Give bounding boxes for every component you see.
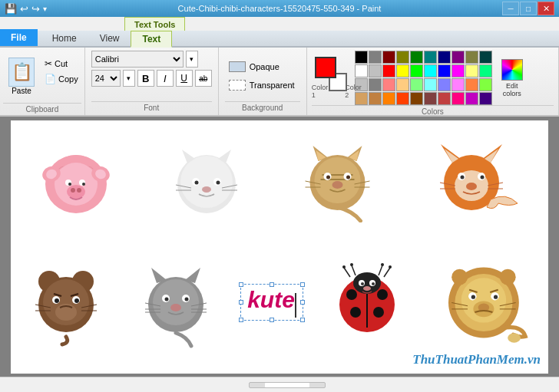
color-cell[interactable] bbox=[424, 92, 437, 105]
undo-icon[interactable]: ↩ bbox=[20, 3, 28, 15]
color-cell[interactable] bbox=[382, 78, 395, 91]
color-cell[interactable] bbox=[396, 78, 409, 91]
color-cell[interactable] bbox=[396, 64, 409, 77]
redo-icon[interactable]: ↪ bbox=[31, 3, 40, 15]
text-selection-box[interactable]: kute bbox=[240, 284, 303, 321]
color-cell[interactable] bbox=[452, 92, 465, 105]
tab-home[interactable]: Home bbox=[41, 31, 88, 46]
color-cell[interactable] bbox=[410, 64, 423, 77]
color-cell[interactable] bbox=[410, 51, 423, 64]
copy-label: Copy bbox=[58, 74, 78, 84]
svg-line-103 bbox=[344, 268, 350, 277]
color-cell[interactable] bbox=[479, 92, 492, 105]
paste-button[interactable]: 📋 Paste bbox=[3, 55, 40, 97]
font-label: Font bbox=[91, 101, 212, 112]
color-cell[interactable] bbox=[382, 51, 395, 64]
color-cell[interactable] bbox=[438, 64, 451, 77]
svg-point-69 bbox=[74, 298, 79, 303]
color-cell[interactable] bbox=[479, 51, 492, 64]
copy-button[interactable]: 📄 Copy bbox=[41, 72, 81, 86]
maximize-button[interactable]: □ bbox=[520, 2, 537, 15]
color-cell[interactable] bbox=[424, 51, 437, 64]
color-cell[interactable] bbox=[479, 78, 492, 91]
svg-point-7 bbox=[77, 188, 81, 193]
italic-button[interactable]: I bbox=[157, 70, 174, 87]
color-cell[interactable] bbox=[452, 64, 465, 77]
color-cell[interactable] bbox=[410, 78, 423, 91]
svg-point-92 bbox=[346, 289, 357, 300]
color-cell[interactable] bbox=[410, 92, 423, 105]
color-cell[interactable] bbox=[465, 51, 478, 64]
color-cell[interactable] bbox=[382, 64, 395, 77]
color-cell[interactable] bbox=[382, 92, 395, 105]
edit-colors-label: Edit colors bbox=[498, 82, 526, 97]
color-cell[interactable] bbox=[369, 78, 382, 91]
cut-button[interactable]: ✂ Cut bbox=[41, 57, 81, 71]
cut-label: Cut bbox=[55, 59, 68, 68]
svg-point-41 bbox=[332, 181, 342, 189]
svg-point-81 bbox=[165, 298, 169, 301]
transparent-button[interactable]: Transparent bbox=[225, 77, 300, 93]
close-button[interactable]: ✕ bbox=[538, 2, 554, 15]
svg-point-128 bbox=[508, 333, 521, 343]
font-dropdown-button[interactable]: ▾ bbox=[186, 51, 198, 68]
svg-point-79 bbox=[153, 279, 199, 325]
animal-ladybug bbox=[321, 249, 413, 356]
color-cell[interactable] bbox=[355, 64, 368, 77]
color-cell[interactable] bbox=[424, 78, 437, 91]
color-cell[interactable] bbox=[438, 78, 451, 91]
color-cell[interactable] bbox=[465, 78, 478, 91]
minimize-button[interactable]: ─ bbox=[502, 2, 519, 15]
animal-tabby-cat bbox=[291, 132, 383, 228]
strikethrough-button[interactable]: ab bbox=[195, 70, 212, 87]
svg-point-105 bbox=[342, 265, 346, 268]
color-cell[interactable] bbox=[369, 64, 382, 77]
color-cell[interactable] bbox=[479, 64, 492, 77]
file-button[interactable]: File bbox=[0, 29, 38, 46]
paint-canvas[interactable]: kute bbox=[11, 120, 548, 374]
color-cell[interactable] bbox=[424, 64, 437, 77]
tab-view[interactable]: View bbox=[88, 31, 131, 46]
dropdown-icon[interactable]: ▾ bbox=[43, 5, 47, 13]
svg-point-106 bbox=[350, 263, 353, 266]
tab-text[interactable]: Text bbox=[131, 31, 172, 48]
animal-gray-cat bbox=[130, 249, 222, 356]
colors-label: Colors bbox=[312, 105, 554, 116]
svg-point-114 bbox=[500, 269, 516, 285]
canvas-text[interactable]: kute bbox=[247, 287, 295, 312]
color-cell[interactable] bbox=[465, 64, 478, 77]
svg-point-120 bbox=[494, 295, 498, 299]
color-cell[interactable] bbox=[369, 92, 382, 105]
save-icon[interactable]: 💾 bbox=[5, 3, 17, 15]
color-cell[interactable] bbox=[396, 51, 409, 64]
color-cell[interactable] bbox=[452, 78, 465, 91]
svg-point-101 bbox=[372, 282, 375, 285]
font-size-select[interactable]: 24 bbox=[91, 70, 121, 87]
bold-button[interactable]: B bbox=[137, 70, 154, 87]
color-cell[interactable] bbox=[355, 51, 368, 64]
opaque-button[interactable]: Opaque bbox=[225, 59, 300, 74]
font-family-select[interactable]: Calibri bbox=[91, 51, 184, 68]
color-cell[interactable] bbox=[438, 51, 451, 64]
underline-button[interactable]: U bbox=[176, 70, 193, 87]
ribbon: 📋 Paste ✂ Cut 📄 Copy Clipboard bbox=[0, 48, 559, 117]
svg-point-113 bbox=[452, 269, 468, 285]
svg-point-99 bbox=[361, 282, 364, 285]
size-dropdown-button[interactable]: ▾ bbox=[123, 70, 135, 87]
svg-point-94 bbox=[350, 307, 361, 318]
svg-point-102 bbox=[363, 286, 371, 291]
color1-swatch[interactable] bbox=[315, 57, 336, 78]
clipboard-group: 📋 Paste ✂ Cut 📄 Copy Clipboard bbox=[0, 48, 85, 115]
color-cell[interactable] bbox=[369, 51, 382, 64]
svg-point-17 bbox=[180, 156, 233, 208]
svg-point-110 bbox=[381, 263, 384, 266]
color-cell[interactable] bbox=[465, 92, 478, 105]
svg-point-109 bbox=[389, 265, 392, 268]
svg-point-118 bbox=[471, 295, 475, 299]
color-cell[interactable] bbox=[438, 92, 451, 105]
color-cell[interactable] bbox=[396, 92, 409, 105]
color-cell[interactable] bbox=[452, 51, 465, 64]
edit-colors-button[interactable]: Edit colors bbox=[497, 58, 528, 99]
status-bar bbox=[0, 377, 559, 392]
svg-point-40 bbox=[346, 175, 350, 179]
